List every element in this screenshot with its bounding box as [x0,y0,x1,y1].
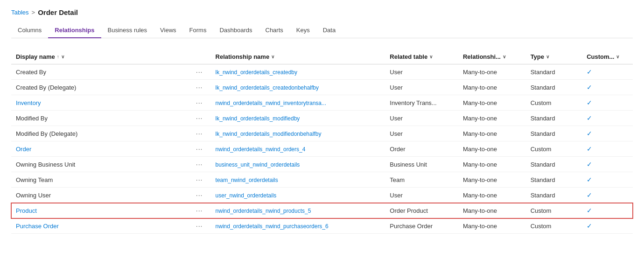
table-row[interactable]: Created By···lk_nwind_orderdetails_creat… [11,64,633,80]
checkmark-icon: ✓ [587,161,592,168]
col-header-display-name[interactable]: Display name ↑ ∨ [11,49,191,64]
cell-relationship-name[interactable]: lk_nwind_orderdetails_createdonbehalfby [211,80,385,95]
checkmark-icon: ✓ [587,68,592,76]
cell-related-table: User [385,126,458,141]
tab-columns[interactable]: Columns [11,23,48,38]
tabs-nav: Columns Relationships Business rules Vie… [11,23,633,38]
table-row[interactable]: Owning Team···team_nwind_orderdetailsTea… [11,172,633,188]
row-context-menu-dots[interactable]: ··· [191,95,211,111]
cell-relationship-name[interactable]: lk_nwind_orderdetails_modifiedby [211,111,385,126]
breadcrumb: Tables > Order Detail [11,8,633,16]
cell-custom-check: ✓ [582,80,633,95]
row-context-menu-dots[interactable]: ··· [191,111,211,126]
cell-display-name: Modified By (Delegate) [11,126,191,141]
cell-related-table: User [385,80,458,95]
cell-display-name[interactable]: Order [11,141,191,157]
cell-related-table: User [385,111,458,126]
cell-type: Standard [526,111,582,126]
rel-type-filter-icon[interactable]: ∨ [503,54,506,59]
cell-type: Custom [526,218,582,234]
cell-display-name[interactable]: Product [11,203,191,218]
col-header-relationship-type[interactable]: Relationshi... ∨ [458,49,526,64]
cell-related-table: Order Product [385,203,458,218]
cell-related-table: Order [385,141,458,157]
cell-type: Standard [526,80,582,95]
row-context-menu-dots[interactable]: ··· [191,64,211,80]
cell-custom-check: ✓ [582,188,633,203]
cell-custom-check: ✓ [582,64,633,80]
cell-display-name[interactable]: Inventory [11,95,191,111]
cell-relationship-type: Many-to-one [458,218,526,234]
row-context-menu-dots[interactable]: ··· [191,126,211,141]
cell-relationship-name[interactable]: team_nwind_orderdetails [211,172,385,188]
cell-relationship-type: Many-to-one [458,188,526,203]
table-row[interactable]: Inventory···nwind_orderdetails_nwind_inv… [11,95,633,111]
table-row[interactable]: Purchase Order···nwind_orderdetails_nwin… [11,218,633,234]
type-filter-icon[interactable]: ∨ [546,54,549,59]
cell-related-table: Team [385,172,458,188]
relationships-table: Display name ↑ ∨ Relationship name ∨ [11,49,633,234]
cell-display-name[interactable]: Purchase Order [11,218,191,234]
table-row[interactable]: Modified By (Delegate)···lk_nwind_orderd… [11,126,633,141]
cell-custom-check: ✓ [582,218,633,234]
table-row[interactable]: Product···nwind_orderdetails_nwind_produ… [11,203,633,218]
cell-relationship-type: Many-to-one [458,203,526,218]
cell-custom-check: ✓ [582,203,633,218]
tab-keys[interactable]: Keys [290,23,316,38]
cell-type: Standard [526,188,582,203]
table-row[interactable]: Owning User···user_nwind_orderdetailsUse… [11,188,633,203]
cell-relationship-name[interactable]: user_nwind_orderdetails [211,188,385,203]
tab-charts[interactable]: Charts [259,23,290,38]
cell-relationship-name[interactable]: nwind_orderdetails_nwind_orders_4 [211,141,385,157]
col-header-relationship-name[interactable]: Relationship name ∨ [211,49,385,64]
cell-type: Custom [526,141,582,157]
rel-name-filter-icon[interactable]: ∨ [271,54,274,59]
cell-relationship-name[interactable]: nwind_orderdetails_nwind_purchaseorders_… [211,218,385,234]
cell-custom-check: ✓ [582,95,633,111]
tab-relationships[interactable]: Relationships [48,23,101,38]
row-context-menu-dots[interactable]: ··· [191,218,211,234]
row-context-menu-dots[interactable]: ··· [191,188,211,203]
cell-relationship-name[interactable]: lk_nwind_orderdetails_createdby [211,64,385,80]
cell-related-table: Business Unit [385,157,458,172]
tab-dashboards[interactable]: Dashboards [213,23,259,38]
table-row[interactable]: Created By (Delegate)···lk_nwind_orderde… [11,80,633,95]
col-header-type[interactable]: Type ∨ [526,49,582,64]
checkmark-icon: ✓ [587,191,592,199]
cell-relationship-name[interactable]: business_unit_nwind_orderdetails [211,157,385,172]
breadcrumb-tables-link[interactable]: Tables [11,9,29,16]
col-header-custom[interactable]: Custom... ∨ [582,49,633,64]
cell-relationship-name[interactable]: lk_nwind_orderdetails_modifiedonbehalfby [211,126,385,141]
cell-relationship-type: Many-to-one [458,111,526,126]
cell-display-name: Created By (Delegate) [11,80,191,95]
cell-relationship-name[interactable]: nwind_orderdetails_nwind_inventorytransа… [211,95,385,111]
cell-custom-check: ✓ [582,126,633,141]
row-context-menu-dots[interactable]: ··· [191,80,211,95]
table-row[interactable]: Owning Business Unit···business_unit_nwi… [11,157,633,172]
cell-display-name: Modified By [11,111,191,126]
related-table-filter-icon[interactable]: ∨ [429,54,433,59]
row-context-menu-dots[interactable]: ··· [191,157,211,172]
checkmark-icon: ✓ [587,176,592,183]
table-row[interactable]: Order···nwind_orderdetails_nwind_orders_… [11,141,633,157]
tab-forms[interactable]: Forms [183,23,213,38]
cell-display-name: Owning Business Unit [11,157,191,172]
row-context-menu-dots[interactable]: ··· [191,172,211,188]
tab-data[interactable]: Data [316,23,342,38]
custom-filter-icon[interactable]: ∨ [616,54,619,59]
tab-views[interactable]: Views [154,23,182,38]
checkmark-icon: ✓ [587,84,592,91]
relationships-table-section: Display name ↑ ∨ Relationship name ∨ [11,49,633,234]
cell-display-name: Owning User [11,188,191,203]
checkmark-icon: ✓ [587,145,592,153]
table-row[interactable]: Modified By···lk_nwind_orderdetails_modi… [11,111,633,126]
cell-related-table: User [385,64,458,80]
breadcrumb-separator: > [32,9,35,16]
cell-related-table: Purchase Order [385,218,458,234]
filter-chevron-icon[interactable]: ∨ [61,54,64,59]
tab-business-rules[interactable]: Business rules [101,23,154,38]
row-context-menu-dots[interactable]: ··· [191,141,211,157]
cell-relationship-name[interactable]: nwind_orderdetails_nwind_products_5 [211,203,385,218]
row-context-menu-dots[interactable]: ··· [191,203,211,218]
col-header-related-table[interactable]: Related table ∨ [385,49,458,64]
